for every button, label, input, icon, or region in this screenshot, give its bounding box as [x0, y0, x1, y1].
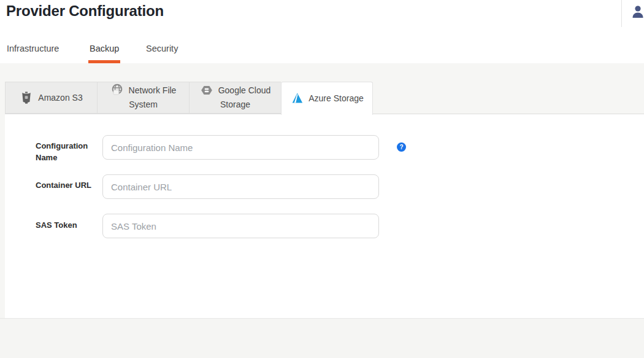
- provider-tab-network-file-system[interactable]: Network File System: [97, 82, 189, 114]
- configuration-name-label: Configuration Name: [36, 140, 98, 163]
- action-footer: Cancel Save: [0, 318, 644, 358]
- configuration-name-input[interactable]: [102, 135, 379, 160]
- provider-tab-label: Google Cloud Storage: [218, 85, 271, 109]
- provider-tab-label: Azure Storage: [309, 93, 364, 103]
- tab-backup[interactable]: Backup: [90, 44, 119, 53]
- provider-tab-azure-storage[interactable]: Azure Storage: [281, 82, 373, 115]
- provider-tab-label: Amazon S3: [38, 93, 82, 103]
- help-icon[interactable]: ?: [397, 142, 406, 152]
- amazon-s3-icon: [20, 91, 33, 104]
- container-url-label: Container URL: [36, 179, 98, 191]
- header-divider: [621, 0, 622, 27]
- provider-tabstrip: Amazon S3 Network File System: [5, 82, 373, 115]
- provider-tab-amazon-s3[interactable]: Amazon S3: [5, 82, 97, 114]
- page-title: Provider Configuration: [6, 2, 164, 20]
- user-account-icon[interactable]: [632, 5, 644, 18]
- app-header: Provider Configuration Infrastructure Ba…: [0, 0, 644, 63]
- provider-tab-label: Network File System: [129, 85, 177, 109]
- active-tab-underline: [88, 60, 120, 63]
- tab-infrastructure[interactable]: Infrastructure: [7, 44, 59, 53]
- sas-token-label: SAS Token: [36, 219, 98, 231]
- container-url-input[interactable]: [102, 174, 379, 199]
- provider-configuration-page: Provider Configuration Infrastructure Ba…: [0, 0, 644, 358]
- provider-tab-google-cloud-storage[interactable]: Google Cloud Storage: [189, 82, 281, 114]
- sas-token-input[interactable]: [102, 214, 379, 238]
- azure-storage-icon: [290, 91, 304, 105]
- tab-security[interactable]: Security: [146, 44, 178, 53]
- google-cloud-storage-icon: [200, 84, 213, 97]
- network-file-system-icon: [110, 84, 124, 97]
